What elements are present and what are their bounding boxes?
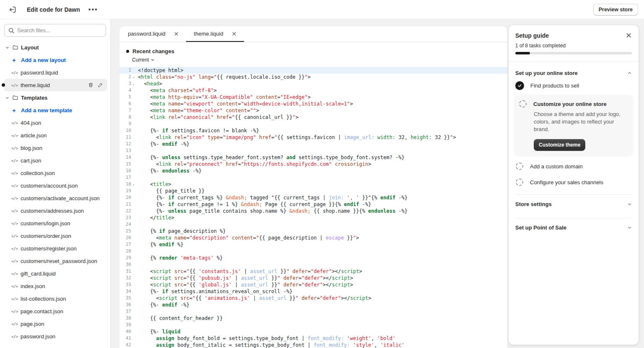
- setup-section-header[interactable]: Set up your online store: [515, 68, 632, 77]
- file-row[interactable]: </> blog.json: [0, 142, 110, 154]
- file-row[interactable]: </> article.json: [0, 129, 110, 142]
- code-line[interactable]: 10 {%- if settings.favicon != blank -%}: [119, 127, 507, 134]
- task-card[interactable]: Customize your online store Choose a the…: [514, 95, 634, 157]
- code-line[interactable]: 28: [119, 248, 507, 255]
- file-row[interactable]: </> page.contact.json: [0, 305, 110, 317]
- code-line[interactable]: 24: [119, 221, 507, 228]
- file-row[interactable]: </> customers/reset_password.json: [0, 255, 110, 267]
- recent-changes-label: Recent changes: [132, 48, 174, 54]
- preview-store-button[interactable]: Preview store: [593, 4, 638, 15]
- code-area[interactable]: 1<!doctype html>2⌄<html class="no-js" la…: [119, 67, 507, 348]
- exit-button[interactable]: [6, 3, 19, 16]
- code-line-content: <html class="no-js" lang="{{ request.loc…: [136, 74, 311, 80]
- code-line[interactable]: 40 {%- liquid: [119, 328, 507, 335]
- file-row[interactable]: </> customers/order.json: [0, 229, 110, 242]
- tab-password.liquid[interactable]: password.liquid ✕: [120, 26, 186, 42]
- folder-row[interactable]: Templates: [0, 91, 110, 104]
- code-line[interactable]: 8 <link rel="canonical" href="{{ canonic…: [119, 114, 507, 121]
- close-setup-guide-button[interactable]: ✕: [626, 32, 632, 39]
- code-line[interactable]: 17: [119, 174, 507, 181]
- folder-row[interactable]: Layout: [0, 41, 110, 54]
- code-token: {%-: [138, 201, 168, 207]
- code-token: </: [138, 215, 156, 221]
- add-new-link[interactable]: + Add a new layout: [0, 54, 110, 66]
- setup-section-collapsed[interactable]: Store settings: [515, 194, 632, 214]
- code-line[interactable]: 23 </title>: [119, 214, 507, 221]
- file-row[interactable]: </> list-collections.json: [0, 292, 110, 305]
- fold-toggle-icon[interactable]: ⌄: [131, 80, 136, 87]
- file-row[interactable]: </> collection.json: [0, 167, 110, 179]
- customize-theme-button[interactable]: Customize theme: [534, 139, 585, 151]
- code-line[interactable]: 41 assign body_font_bold = settings.type…: [119, 335, 507, 342]
- file-row[interactable]: </> gift_card.liquid: [0, 267, 110, 280]
- code-line[interactable]: 6 <meta name="viewport" content="width=d…: [119, 101, 507, 107]
- close-tab-icon[interactable]: ✕: [174, 31, 179, 37]
- code-token: &ndash;: [289, 208, 311, 214]
- task-incomplete-icon: [519, 100, 527, 108]
- rename-file-button[interactable]: [98, 82, 103, 88]
- code-line[interactable]: 33 <script src="{{ 'global.js' | asset_u…: [119, 281, 507, 288]
- code-line[interactable]: 31 <script src="{{ 'constants.js' | asse…: [119, 268, 507, 275]
- code-line[interactable]: 9: [119, 121, 507, 127]
- file-row[interactable]: </> cart.json: [0, 154, 110, 167]
- code-line[interactable]: 36 {%- endif -%}: [119, 302, 507, 308]
- code-line[interactable]: 26 <meta name="description" content="{{ …: [119, 235, 507, 241]
- code-line[interactable]: 5 <meta http-equiv="X-UA-Compatible" con…: [119, 94, 507, 101]
- file-row[interactable]: </> page.json: [0, 317, 110, 330]
- code-line[interactable]: 14 {%- unless settings.type_header_font.…: [119, 154, 507, 161]
- code-token: =: [277, 94, 280, 100]
- more-menu-button[interactable]: •••: [86, 3, 101, 16]
- setup-section-collapsed[interactable]: Set up Point of Sale: [515, 218, 632, 237]
- file-row[interactable]: </> customers/register.json: [0, 242, 110, 255]
- tab-theme.liquid[interactable]: theme.liquid ✕: [186, 26, 244, 42]
- code-token: <: [138, 134, 159, 140]
- code-line[interactable]: 27 {% endif %}: [119, 241, 507, 248]
- code-line[interactable]: 15 <link rel="preconnect" href="https://…: [119, 161, 507, 168]
- close-tab-icon[interactable]: ✕: [231, 31, 236, 37]
- code-line[interactable]: 34 {%- if settings.animations_reveal_on_…: [119, 288, 507, 295]
- code-line[interactable]: 11 <link rel="icon" type="image/png" hre…: [119, 134, 507, 141]
- code-line[interactable]: 3⌄ <head>: [119, 80, 507, 87]
- task-row[interactable]: Configure your sales channels: [515, 174, 632, 190]
- code-line[interactable]: 21 {%- if current_page != 1 %} &ndash; P…: [119, 201, 507, 208]
- code-line[interactable]: 30: [119, 261, 507, 268]
- code-line[interactable]: 35 <script src="{{ 'animations.js' | ass…: [119, 295, 507, 302]
- code-line[interactable]: 18⌄ <title>: [119, 181, 507, 188]
- add-new-link[interactable]: + Add a new template: [0, 104, 110, 116]
- code-line[interactable]: 16 {%- endunless -%}: [119, 168, 507, 174]
- file-row[interactable]: </> 404.json: [0, 116, 110, 129]
- code-line[interactable]: 13: [119, 147, 507, 154]
- file-row[interactable]: </> password.json: [0, 330, 110, 343]
- code-line[interactable]: 12 {%- endif -%}: [119, 141, 507, 147]
- code-line[interactable]: 32 <script src="{{ 'pubsub.js' | asset_u…: [119, 275, 507, 281]
- code-line[interactable]: 19 {{ page_title }}: [119, 188, 507, 194]
- code-line[interactable]: 7 <meta name="theme-color" content="">: [119, 107, 507, 114]
- file-row[interactable]: </> index.json: [0, 280, 110, 292]
- file-row[interactable]: </> theme.liquid: [4, 79, 107, 91]
- code-line[interactable]: 39: [119, 322, 507, 328]
- code-line[interactable]: 42 assign body_font_italic = settings.ty…: [119, 342, 507, 348]
- file-row[interactable]: </> customers/activate_account.json: [0, 192, 110, 204]
- file-row[interactable]: </> customers/account.json: [0, 179, 110, 192]
- code-line[interactable]: 37: [119, 308, 507, 315]
- task-row[interactable]: Add a custom domain: [515, 158, 632, 174]
- code-line[interactable]: 2⌄<html class="no-js" lang="{{ request.l…: [119, 74, 507, 80]
- code-line[interactable]: 4 <meta charset="utf-8">: [119, 87, 507, 94]
- fold-toggle-icon[interactable]: ⌄: [131, 181, 136, 188]
- code-line[interactable]: 29 {% render 'meta-tags' %}: [119, 255, 507, 261]
- delete-file-button[interactable]: [88, 82, 93, 88]
- file-row[interactable]: </> customers/login.json: [0, 217, 110, 229]
- code-token: join:: [329, 195, 344, 201]
- task-row[interactable]: Find products to sell: [515, 77, 632, 94]
- code-line[interactable]: 20 {%- if current_tags %} &ndash; tagged…: [119, 194, 507, 201]
- version-selector[interactable]: Current: [132, 56, 155, 64]
- code-token: }}: [268, 275, 278, 281]
- fold-toggle-icon[interactable]: ⌄: [131, 74, 136, 80]
- code-line[interactable]: 22 {%- unless page_title contains shop.n…: [119, 208, 507, 214]
- file-row[interactable]: </> password.liquid: [0, 66, 110, 79]
- code-line[interactable]: 25 {% if page_description %}: [119, 228, 507, 235]
- code-line[interactable]: 1<!doctype html>: [119, 67, 507, 74]
- search-files-input[interactable]: [17, 27, 102, 34]
- file-row[interactable]: </> customers/addresses.json: [0, 204, 110, 217]
- code-line[interactable]: 38 {{ content_for_header }}: [119, 315, 507, 322]
